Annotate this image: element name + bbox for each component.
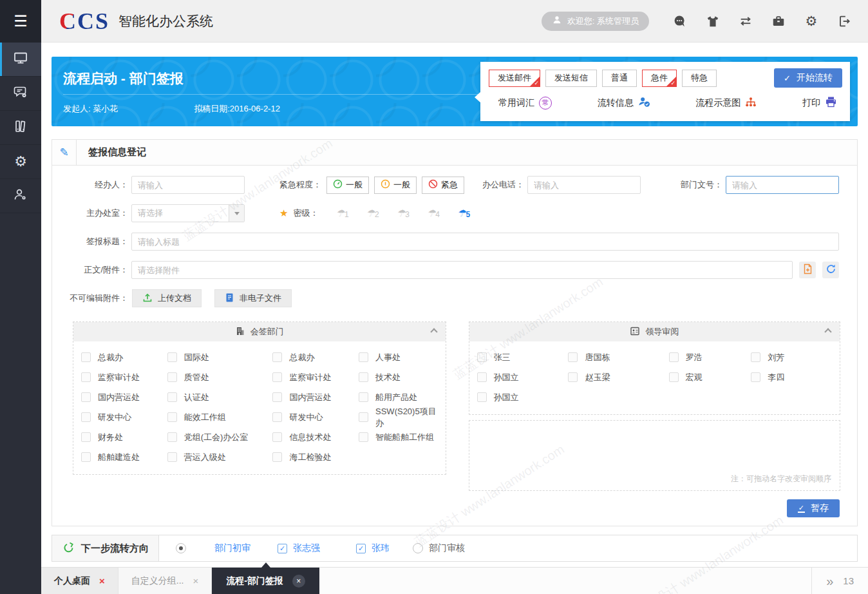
- common-words-link[interactable]: 常用词汇 常: [498, 97, 552, 110]
- hamburger-menu-button[interactable]: ☰: [0, 0, 41, 43]
- countersign-item[interactable]: SSW(S20)5项目办: [359, 407, 439, 427]
- next-step-option-radio[interactable]: 部门审核: [413, 542, 465, 554]
- collapse-chevron-icon[interactable]: [430, 328, 437, 335]
- leader-item[interactable]: 刘芳: [751, 347, 833, 367]
- checkbox[interactable]: [167, 452, 177, 462]
- leader-item[interactable]: 唐国栋: [568, 347, 668, 367]
- double-chevron-right-icon[interactable]: »: [826, 575, 833, 588]
- countersign-item[interactable]: 研发中心: [272, 407, 359, 427]
- countersign-item[interactable]: 海工检验处: [272, 447, 359, 467]
- urgency-urgent-button[interactable]: 紧急: [422, 177, 464, 194]
- checkbox[interactable]: [477, 372, 487, 382]
- leader-item[interactable]: 张三: [477, 347, 569, 367]
- priority-extra-urgent-button[interactable]: 特急: [682, 70, 717, 87]
- phone-input[interactable]: [527, 176, 641, 194]
- secrecy-level-4[interactable]: ☂4: [427, 207, 440, 219]
- checkbox[interactable]: [81, 452, 91, 462]
- countersign-item[interactable]: 国内营运处: [81, 387, 167, 407]
- handler-input[interactable]: [131, 176, 245, 194]
- tab-personal-desktop[interactable]: 个人桌面 ×: [41, 568, 118, 594]
- countersign-item[interactable]: 总裁办: [81, 347, 167, 367]
- checkbox[interactable]: [81, 412, 91, 422]
- print-link[interactable]: 打印: [802, 96, 837, 110]
- close-icon[interactable]: ×: [193, 576, 198, 586]
- leader-item[interactable]: 赵玉梁: [568, 367, 668, 387]
- next-step-option-checkbox[interactable]: ✓ 张志强: [278, 542, 320, 554]
- refresh-button[interactable]: [822, 262, 839, 278]
- checkbox[interactable]: [359, 432, 368, 442]
- send-email-button[interactable]: 发送邮件 ✓: [489, 70, 540, 87]
- countersign-item[interactable]: 监察审计处: [272, 367, 359, 387]
- countersign-item[interactable]: 船用产品处: [359, 387, 439, 407]
- start-flow-button[interactable]: ✓ 开始流转: [774, 68, 842, 88]
- collapse-chevron-icon[interactable]: [824, 328, 831, 335]
- urgency-normal-green-button[interactable]: 一般: [326, 177, 369, 194]
- select-arrow[interactable]: [229, 205, 244, 222]
- non-electronic-button[interactable]: 非电子文件: [214, 289, 292, 307]
- countersign-item[interactable]: 财务处: [81, 427, 167, 447]
- checkbox[interactable]: [81, 432, 91, 442]
- leader-item[interactable]: 罗浩: [669, 347, 751, 367]
- countersign-item[interactable]: 信息技术处: [272, 427, 359, 447]
- checkbox-checked[interactable]: ✓: [278, 544, 287, 553]
- checkbox[interactable]: [359, 412, 368, 422]
- leader-item[interactable]: 李四: [751, 367, 833, 387]
- countersign-item[interactable]: 监察审计处: [81, 367, 167, 387]
- theme-button[interactable]: [706, 14, 720, 28]
- checkbox[interactable]: [272, 432, 282, 442]
- checkbox[interactable]: [568, 372, 578, 382]
- sidebar-item-message-settings[interactable]: [0, 77, 41, 111]
- countersign-item[interactable]: 国内营运处: [272, 387, 359, 407]
- countersign-item[interactable]: 智能船舶工作组: [359, 427, 439, 447]
- sidebar-item-archive[interactable]: [0, 111, 41, 145]
- sidebar-item-desktop[interactable]: [0, 43, 41, 77]
- checkbox[interactable]: [751, 372, 760, 382]
- secrecy-level-2[interactable]: ☂2: [366, 207, 379, 219]
- countersign-item[interactable]: 研发中心: [81, 407, 167, 427]
- host-office-select[interactable]: 请选择: [131, 204, 245, 222]
- checkbox[interactable]: [81, 352, 91, 362]
- checkbox[interactable]: [669, 352, 679, 362]
- messages-button[interactable]: [673, 14, 687, 28]
- checkbox[interactable]: [359, 372, 368, 382]
- countersign-item[interactable]: 人事处: [359, 347, 439, 367]
- countersign-item[interactable]: 党组(工会)办公室: [167, 427, 273, 447]
- countersign-item[interactable]: 船舶建造处: [81, 447, 167, 467]
- checkbox[interactable]: [568, 352, 578, 362]
- flow-info-link[interactable]: 流转信息: [598, 96, 650, 110]
- close-icon[interactable]: ×: [292, 575, 305, 588]
- flow-diagram-link[interactable]: 流程示意图: [695, 97, 757, 110]
- countersign-item[interactable]: 能效工作组: [167, 407, 273, 427]
- checkbox[interactable]: [272, 392, 282, 402]
- next-step-option-radio[interactable]: 部门初审: [176, 542, 250, 554]
- checkbox[interactable]: [359, 392, 368, 402]
- save-draft-button[interactable]: ✓ 暂存: [787, 499, 840, 517]
- body-attachment-input[interactable]: [131, 261, 793, 279]
- checkbox[interactable]: [669, 372, 679, 382]
- upload-doc-button[interactable]: 上传文档: [132, 289, 202, 307]
- review-order-dropzone[interactable]: 注：可拖动名字改变审阅顺序: [469, 420, 841, 491]
- priority-normal-button[interactable]: 普通: [602, 70, 637, 87]
- next-step-option-checkbox[interactable]: ✓ 张玮: [356, 542, 390, 554]
- add-document-button[interactable]: [799, 262, 816, 278]
- secrecy-level-3[interactable]: ☂3: [397, 207, 410, 219]
- checkbox[interactable]: [167, 432, 177, 442]
- report-title-input[interactable]: [131, 233, 839, 251]
- tab-custom-group[interactable]: 自定义分组... ×: [118, 568, 212, 594]
- radio-selected[interactable]: [176, 543, 186, 553]
- urgency-normal-orange-button[interactable]: 一般: [374, 177, 417, 194]
- checkbox[interactable]: [167, 392, 177, 402]
- countersign-item[interactable]: 技术处: [359, 367, 439, 387]
- tab-process-sign-report[interactable]: 流程-部门签报 ×: [212, 568, 319, 594]
- checkbox[interactable]: [167, 352, 177, 362]
- checkbox[interactable]: [751, 352, 760, 362]
- logout-button[interactable]: [837, 14, 851, 28]
- doc-no-input[interactable]: [726, 176, 839, 194]
- countersign-item[interactable]: 总裁办: [272, 347, 359, 367]
- priority-urgent-button[interactable]: 急件 ✓: [642, 70, 677, 87]
- checkbox[interactable]: [272, 452, 282, 462]
- settings-button[interactable]: ⚙: [804, 14, 818, 28]
- leader-item[interactable]: 孙国立: [477, 387, 569, 407]
- checkbox[interactable]: [272, 412, 282, 422]
- countersign-item[interactable]: 营运入级处: [167, 447, 273, 467]
